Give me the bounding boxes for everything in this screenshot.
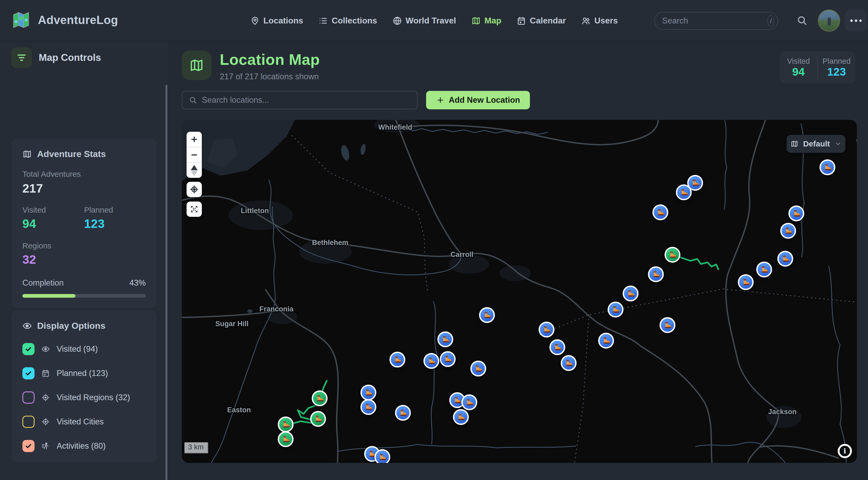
location-marker[interactable]	[756, 262, 772, 278]
nav-item-collections[interactable]: Collections	[318, 16, 377, 26]
attribution-info-button[interactable]: i	[838, 444, 852, 458]
zoom-out-button[interactable]	[187, 147, 202, 162]
badge-planned-value: 123	[818, 66, 856, 78]
location-marker[interactable]	[361, 385, 376, 401]
avatar[interactable]	[818, 9, 840, 32]
location-marker[interactable]	[361, 399, 376, 415]
overflow-menu-button[interactable]	[845, 9, 867, 32]
location-marker[interactable]	[453, 409, 469, 425]
activity-marker[interactable]	[278, 417, 293, 432]
location-marker[interactable]	[648, 266, 664, 282]
activity-marker[interactable]	[310, 411, 326, 427]
hiking-boot-icon	[378, 453, 386, 461]
globe-icon	[392, 16, 402, 26]
location-marker[interactable]	[652, 204, 668, 220]
location-marker[interactable]	[437, 331, 453, 347]
runner-icon	[41, 442, 50, 450]
hiking-boot-icon	[427, 357, 436, 365]
location-marker[interactable]	[470, 361, 486, 377]
nav-item-calendar[interactable]: Calendar	[517, 16, 566, 26]
location-marker[interactable]	[659, 317, 675, 333]
checkbox[interactable]	[22, 416, 34, 428]
checkbox[interactable]	[22, 343, 34, 355]
location-marker[interactable]	[538, 322, 554, 338]
calendar-icon	[41, 369, 50, 378]
page-header: Location Map 217 of 217 locations shown	[182, 51, 320, 82]
search-icon[interactable]	[796, 15, 807, 27]
nav-item-users[interactable]: Users	[581, 16, 618, 26]
completion-progressbar	[22, 294, 146, 298]
location-marker[interactable]	[390, 352, 405, 367]
brand[interactable]: AdventureLog	[11, 10, 118, 30]
nav-item-world-travel[interactable]: World Travel	[392, 16, 456, 26]
hiking-boot-icon	[281, 420, 290, 428]
location-marker[interactable]	[738, 274, 754, 290]
hiking-boot-icon	[542, 325, 551, 334]
location-marker[interactable]	[780, 223, 796, 239]
completion-label: Completion	[22, 278, 64, 288]
activity-marker[interactable]	[312, 390, 328, 406]
visited-planned-badges: Visited 94 Planned 123	[780, 52, 855, 84]
display-option-visited-94[interactable]: Visited (94)	[22, 343, 146, 355]
map-label-jackson: Jackson	[768, 408, 797, 416]
main-nav: LocationsCollectionsWorld TravelMapCalen…	[250, 0, 618, 41]
nav-item-map[interactable]: Map	[471, 16, 501, 26]
pin-icon	[250, 16, 260, 26]
layer-selector[interactable]: Default	[786, 135, 845, 153]
pitch-up-icon	[191, 165, 198, 170]
activity-marker[interactable]	[278, 431, 293, 447]
map-canvas[interactable]: WhitefieldLittletonBethlehemCarrollFranc…	[182, 120, 857, 463]
location-marker[interactable]	[550, 339, 565, 355]
sidebar-scrollbar[interactable]	[165, 85, 167, 480]
location-marker[interactable]	[374, 449, 390, 463]
location-marker[interactable]	[598, 333, 614, 349]
hiking-boot-icon	[364, 403, 373, 411]
hiking-boot-icon	[602, 337, 610, 345]
activity-marker[interactable]	[664, 247, 680, 263]
pitch-toggle-button[interactable]	[187, 163, 202, 178]
display-option-visited-cities[interactable]: Visited Cities	[22, 416, 146, 428]
hiking-boot-icon	[611, 305, 620, 314]
location-marker[interactable]	[777, 251, 793, 266]
location-marker[interactable]	[461, 394, 477, 410]
global-search[interactable]: /	[654, 12, 778, 30]
display-option-label: Visited (94)	[57, 344, 98, 354]
adventure-stats-title: Adventure Stats	[37, 149, 106, 159]
location-marker[interactable]	[623, 286, 639, 301]
location-marker[interactable]	[608, 302, 623, 317]
zoom-in-button[interactable]	[187, 132, 202, 147]
hiking-boot-icon	[457, 413, 465, 421]
sidebar: Map Controls Adventure Stats Total Adven…	[0, 41, 168, 480]
location-marker[interactable]	[561, 355, 577, 371]
location-search-input[interactable]	[202, 95, 411, 105]
add-new-location-button[interactable]: Add New Location	[426, 91, 530, 109]
fullscreen-button[interactable]	[187, 201, 202, 217]
global-search-input[interactable]	[662, 16, 767, 26]
location-marker[interactable]	[424, 353, 439, 369]
hiking-boot-icon	[553, 343, 562, 351]
search-shortcut-badge: /	[767, 15, 774, 27]
location-marker[interactable]	[479, 307, 495, 323]
checkbox[interactable]	[22, 367, 34, 379]
location-marker[interactable]	[819, 159, 835, 175]
location-marker[interactable]	[440, 351, 456, 367]
nav-item-locations[interactable]: Locations	[250, 16, 303, 26]
geolocate-button[interactable]	[187, 182, 202, 197]
checkbox[interactable]	[22, 391, 34, 404]
badge-visited-label: Visited	[780, 57, 817, 66]
hiking-boot-icon	[663, 321, 672, 329]
display-option-visited-regions-32[interactable]: Visited Regions (32)	[22, 391, 146, 404]
filter-icon	[11, 47, 32, 68]
location-marker[interactable]	[676, 184, 692, 200]
map-label-littleton: Littleton	[241, 207, 269, 215]
display-option-planned-123[interactable]: Planned (123)	[22, 367, 146, 379]
display-option-activities-80[interactable]: Activities (80)	[22, 440, 146, 452]
checkbox[interactable]	[22, 440, 34, 452]
hiking-boot-icon	[441, 335, 450, 344]
map-label-carroll: Carroll	[450, 251, 473, 259]
location-marker[interactable]	[395, 405, 411, 421]
location-search[interactable]	[182, 91, 418, 109]
map-label-easton: Easton	[227, 406, 251, 414]
map-scale: 3 km	[184, 442, 208, 453]
location-marker[interactable]	[788, 205, 804, 221]
